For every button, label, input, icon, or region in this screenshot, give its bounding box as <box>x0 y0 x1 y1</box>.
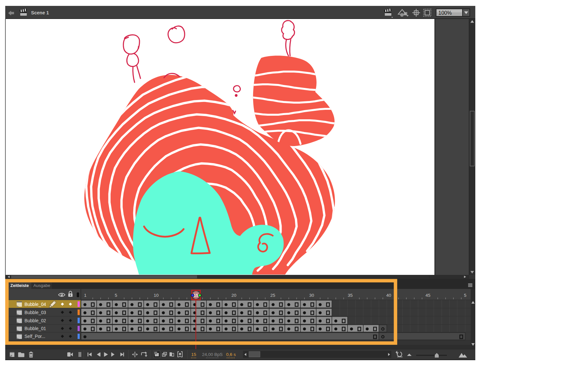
svg-text:Bubble_03: Bubble_03 <box>24 310 46 315</box>
svg-text:15: 15 <box>194 293 198 298</box>
svg-text:30: 30 <box>309 293 314 298</box>
svg-text:24,00 BpS: 24,00 BpS <box>202 352 222 357</box>
svg-text:Bubble_02: Bubble_02 <box>24 318 46 323</box>
svg-text:5: 5 <box>115 293 117 298</box>
svg-text:Ausgabe: Ausgabe <box>33 283 50 288</box>
svg-text:15: 15 <box>191 352 196 357</box>
svg-text:0,6 s: 0,6 s <box>226 352 236 357</box>
svg-text:Zeitleiste: Zeitleiste <box>10 283 29 288</box>
svg-text:40: 40 <box>386 293 391 298</box>
svg-text:20: 20 <box>231 293 236 298</box>
svg-text:Bubble_04: Bubble_04 <box>24 302 46 307</box>
svg-text:25: 25 <box>270 293 275 298</box>
svg-text:Scene 1: Scene 1 <box>31 10 49 15</box>
svg-text:10: 10 <box>154 293 158 298</box>
svg-text:35: 35 <box>348 293 352 298</box>
svg-text:5: 5 <box>464 293 466 298</box>
svg-text:Bubble_01: Bubble_01 <box>24 326 46 331</box>
svg-text:Self_Por...: Self_Por... <box>24 334 45 339</box>
svg-text:100%: 100% <box>438 10 452 16</box>
svg-text:1: 1 <box>84 293 87 298</box>
svg-text:45: 45 <box>425 293 430 298</box>
